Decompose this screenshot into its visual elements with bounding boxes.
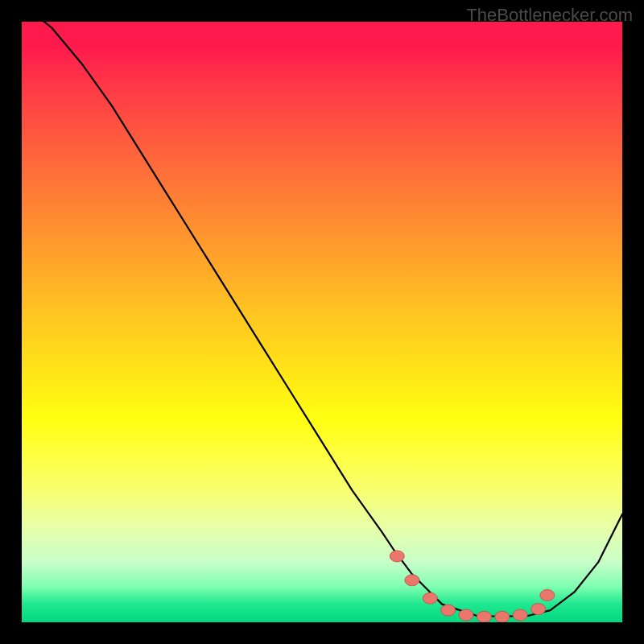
range-marker — [423, 592, 437, 604]
marker-group — [390, 551, 555, 622]
watermark-text: TheBottlenecker.com — [466, 5, 633, 26]
plot-area — [22, 22, 622, 622]
chart-svg — [22, 22, 622, 622]
range-marker — [441, 605, 456, 616]
range-marker — [513, 609, 527, 621]
range-marker — [495, 611, 510, 622]
range-marker — [540, 589, 555, 601]
range-marker — [477, 611, 491, 622]
range-marker — [390, 551, 404, 562]
range-marker — [531, 604, 546, 615]
range-marker — [459, 609, 473, 621]
bottleneck-curve-path — [22, 22, 622, 617]
range-marker — [405, 575, 419, 586]
